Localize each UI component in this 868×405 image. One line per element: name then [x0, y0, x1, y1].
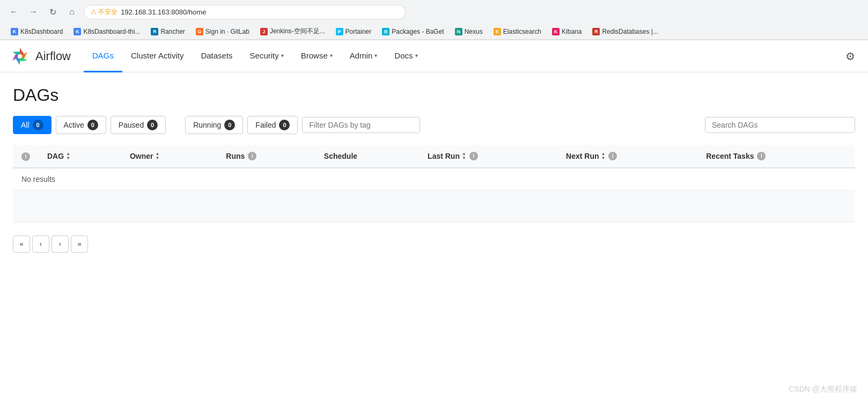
bookmark-jenkins[interactable]: JJenkins-空间不足...: [256, 26, 329, 37]
table-body: No results: [13, 168, 855, 223]
bookmark-kibana[interactable]: KKibana: [548, 27, 586, 36]
bookmark-label-jenkins: Jenkins-空间不足...: [270, 27, 325, 36]
col-header-inner-next-run: Next Run ▲▼i: [566, 152, 689, 160]
col-sort-next-run[interactable]: Next Run ▲▼: [566, 152, 605, 160]
filter-label-paused: Paused: [119, 121, 144, 129]
col-header-dag[interactable]: DAG ▲▼: [39, 145, 121, 168]
bookmark-k8sdash-thi[interactable]: KK8sDashboard-thi...: [69, 27, 144, 36]
col-label-runs: Runs: [226, 152, 245, 160]
col-header-recent-tasks[interactable]: Recent Tasksi: [697, 145, 855, 168]
nav-item-label-admin: Admin: [350, 51, 373, 60]
col-info-icon-runs[interactable]: i: [248, 152, 256, 160]
bookmark-nexus[interactable]: NNexus: [451, 27, 487, 36]
bookmark-label-k8sdash-thi: K8sDashboard-thi...: [83, 28, 140, 35]
col-label-next-run: Next Run: [566, 152, 599, 160]
bookmark-label-portainer: Portainer: [345, 28, 372, 35]
col-sort-dag[interactable]: DAG ▲▼: [47, 152, 70, 160]
nav-item-cluster-activity[interactable]: Cluster Activity: [122, 40, 192, 72]
status-btn-running[interactable]: Running 0: [185, 116, 243, 134]
bookmark-k8sdash[interactable]: KK8sDashboard: [6, 27, 67, 36]
col-info-icon-next-run[interactable]: i: [608, 152, 617, 160]
bookmark-favicon-nexus: N: [455, 28, 462, 35]
bookmark-label-gitlab: Sign in · GitLab: [205, 28, 249, 35]
col-sort-owner[interactable]: Owner ▲▼: [130, 152, 160, 160]
bookmark-portainer[interactable]: PPortainer: [332, 27, 376, 36]
col-header-inner-recent-tasks: Recent Tasksi: [706, 152, 847, 160]
bookmark-label-elasticsearch: Elasticsearch: [503, 28, 541, 35]
nav-item-admin[interactable]: Admin ▾: [341, 40, 386, 72]
col-header-inner-last-run: Last Run ▲▼i: [428, 152, 549, 160]
url-display: 192.168.31.163:8080/home: [121, 8, 206, 16]
address-bar[interactable]: ⚠ 不安全 192.168.31.163:8080/home: [84, 5, 406, 19]
col-label-dag: DAG: [47, 152, 64, 160]
filter-label-active: Active: [64, 121, 84, 129]
settings-icon[interactable]: ⚙: [841, 46, 859, 67]
no-results-text: No results: [13, 168, 855, 190]
page-btn-next[interactable]: ›: [52, 235, 69, 253]
bookmark-favicon-rancher: R: [151, 28, 158, 35]
table-header-row: iDAG ▲▼Owner ▲▼RunsiScheduleLast Run ▲▼i…: [13, 145, 855, 168]
bookmark-favicon-elasticsearch: E: [494, 28, 501, 35]
bookmark-redis[interactable]: RRedisDatabases |...: [588, 27, 663, 36]
col-header-inner-schedule: Schedule: [324, 152, 410, 160]
nav-item-docs[interactable]: Docs ▾: [386, 40, 426, 72]
tag-filter-input[interactable]: [302, 117, 420, 133]
forward-button[interactable]: →: [26, 4, 41, 19]
col-header-runs[interactable]: Runsi: [217, 145, 315, 168]
status-badge-running: 0: [224, 120, 235, 130]
bookmark-elasticsearch[interactable]: EElasticsearch: [489, 27, 546, 36]
status-btn-failed[interactable]: Failed 0: [247, 116, 298, 134]
filter-btn-all[interactable]: All 0: [13, 116, 52, 134]
filter-btn-paused[interactable]: Paused 0: [111, 116, 166, 134]
bookmark-favicon-k8sdash: K: [11, 28, 18, 35]
col-label-recent-tasks: Recent Tasks: [706, 152, 754, 160]
filter-badge-active: 0: [87, 120, 98, 130]
nav-item-dropdown-browse: Browse ▾: [301, 51, 333, 60]
home-button[interactable]: ⌂: [64, 4, 79, 19]
search-input[interactable]: [705, 117, 855, 133]
app-navigation: Airflow DAGsCluster ActivityDatasets Sec…: [0, 40, 868, 72]
col-label-last-run: Last Run: [428, 152, 460, 160]
chevron-down-icon-security: ▾: [281, 53, 284, 58]
sort-arrows-last-run: ▲▼: [462, 152, 466, 160]
nav-item-dags[interactable]: DAGs: [84, 40, 122, 72]
bookmark-baget[interactable]: BPackages - BaGet: [378, 27, 448, 36]
nav-item-datasets[interactable]: Datasets: [192, 40, 241, 72]
bookmark-rancher[interactable]: RRancher: [146, 27, 189, 36]
col-toggle: i: [13, 145, 39, 168]
nav-item-label-dags: DAGs: [92, 51, 114, 60]
chevron-down-icon-browse: ▾: [330, 53, 333, 58]
browser-chrome: ← → ↻ ⌂ ⚠ 不安全 192.168.31.163:8080/home K…: [0, 0, 868, 40]
bookmark-label-baget: Packages - BaGet: [392, 28, 444, 35]
chevron-down-icon-docs: ▾: [415, 53, 418, 58]
svg-point-1: [18, 54, 22, 58]
col-header-owner[interactable]: Owner ▲▼: [121, 145, 217, 168]
filter-btn-active[interactable]: Active 0: [56, 116, 106, 134]
nav-item-dropdown-admin: Admin ▾: [350, 51, 378, 60]
browser-toolbar: ← → ↻ ⌂ ⚠ 不安全 192.168.31.163:8080/home: [0, 0, 868, 24]
col-header-next-run[interactable]: Next Run ▲▼i: [557, 145, 697, 168]
col-header-last-run[interactable]: Last Run ▲▼i: [419, 145, 557, 168]
page-btn-last[interactable]: »: [71, 235, 88, 253]
page-btn-prev[interactable]: ‹: [32, 235, 49, 253]
airflow-logo-icon: [9, 45, 31, 68]
back-button[interactable]: ←: [6, 4, 21, 19]
col-toggle-info-icon[interactable]: i: [21, 152, 30, 161]
nav-item-browse[interactable]: Browse ▾: [292, 40, 341, 72]
filter-badge-paused: 0: [147, 120, 158, 130]
col-info-icon-last-run[interactable]: i: [469, 152, 478, 160]
security-warning: ⚠ 不安全: [91, 8, 117, 17]
nav-item-security[interactable]: Security ▾: [241, 40, 292, 72]
col-sort-last-run[interactable]: Last Run ▲▼: [428, 152, 466, 160]
page-btn-first[interactable]: «: [13, 235, 30, 253]
reload-button[interactable]: ↻: [45, 4, 60, 19]
nav-item-label-browse: Browse: [301, 51, 328, 60]
sort-arrows-dag: ▲▼: [66, 152, 70, 160]
col-info-icon-recent-tasks[interactable]: i: [757, 152, 766, 160]
nav-logo[interactable]: Airflow: [9, 45, 71, 68]
spacing-cell: [13, 190, 855, 222]
sort-arrows-owner: ▲▼: [155, 152, 159, 160]
no-results-row: No results: [13, 168, 855, 190]
bookmark-favicon-portainer: P: [336, 28, 343, 35]
bookmark-gitlab[interactable]: GSign in · GitLab: [192, 27, 254, 36]
